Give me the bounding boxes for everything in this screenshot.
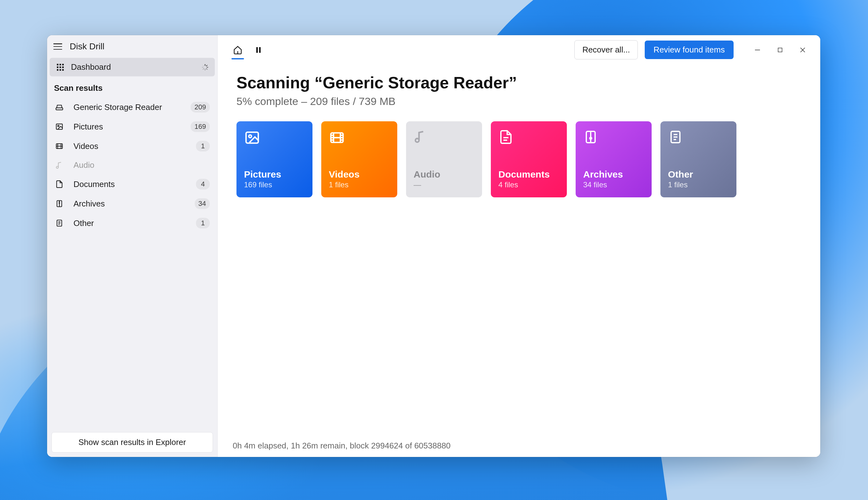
scan-title: Scanning “Generic Storage Reader” — [236, 73, 801, 92]
svg-rect-6 — [57, 69, 58, 71]
svg-point-39 — [249, 135, 251, 138]
card-title: Archives — [583, 169, 644, 180]
sidebar-item-label: Generic Storage Reader — [73, 102, 162, 112]
svg-line-14 — [203, 68, 204, 69]
drive-icon — [55, 103, 63, 111]
svg-rect-5 — [62, 66, 64, 68]
svg-rect-1 — [60, 64, 61, 65]
sidebar-item-label: Pictures — [73, 122, 103, 132]
audio-icon — [55, 161, 63, 169]
svg-rect-33 — [259, 47, 261, 53]
window-maximize-button[interactable] — [769, 41, 791, 59]
sidebar-item-archives[interactable]: Archives 34 — [50, 194, 215, 213]
svg-point-52 — [590, 137, 592, 139]
status-bar: 0h 4m elapsed, 1h 26m remain, block 2994… — [218, 435, 820, 457]
archive-icon — [583, 129, 599, 146]
sidebar-item-label: Documents — [73, 180, 115, 189]
card-other[interactable]: Other 1 files — [660, 121, 736, 197]
svg-point-18 — [58, 125, 59, 127]
card-subtitle: 169 files — [244, 180, 305, 189]
scan-subtitle: 5% complete – 209 files / 739 MB — [236, 95, 801, 107]
svg-rect-32 — [256, 47, 258, 53]
count-badge: 1 — [196, 218, 210, 228]
svg-rect-3 — [57, 66, 58, 68]
review-found-items-button[interactable]: Review found items — [645, 41, 734, 59]
card-subtitle: 1 files — [329, 180, 390, 189]
picture-icon — [244, 129, 260, 146]
window-minimize-button[interactable] — [746, 41, 769, 59]
video-icon — [55, 142, 63, 150]
card-documents[interactable]: Documents 4 files — [491, 121, 567, 197]
card-archives[interactable]: Archives 34 files — [576, 121, 652, 197]
card-subtitle: 34 files — [583, 180, 644, 189]
file-icon — [668, 129, 684, 146]
card-subtitle: 1 files — [668, 180, 729, 189]
app-title: Disk Drill — [70, 42, 104, 52]
card-audio[interactable]: Audio — — [406, 121, 482, 197]
show-in-explorer-button[interactable]: Show scan results in Explorer — [51, 432, 213, 453]
sidebar-item-label: Videos — [73, 141, 98, 151]
count-badge: 209 — [191, 102, 210, 113]
svg-line-16 — [203, 65, 204, 66]
count-badge: 1 — [196, 141, 210, 151]
svg-rect-35 — [778, 48, 782, 52]
window-close-button[interactable] — [791, 41, 814, 59]
svg-rect-7 — [60, 69, 61, 71]
svg-rect-4 — [60, 66, 61, 68]
count-badge: 4 — [196, 179, 210, 190]
card-subtitle: — — [414, 180, 474, 189]
audio-icon — [414, 129, 430, 146]
document-icon — [498, 129, 515, 146]
sidebar-item-documents[interactable]: Documents 4 — [50, 174, 215, 194]
count-badge: 169 — [191, 121, 210, 132]
card-title: Audio — [414, 169, 474, 180]
video-icon — [329, 129, 345, 146]
document-icon — [55, 180, 63, 188]
sidebar-item-label: Audio — [73, 160, 95, 170]
sidebar-item-storage-reader[interactable]: Generic Storage Reader 209 — [50, 98, 215, 117]
sidebar-item-label: Other — [73, 218, 94, 228]
main-panel: Recover all... Review found items Scanni… — [218, 35, 820, 457]
file-icon — [55, 219, 63, 227]
sidebar-item-label: Archives — [73, 199, 105, 209]
hamburger-icon[interactable] — [54, 43, 62, 50]
home-button[interactable] — [229, 41, 247, 59]
sidebar-item-videos[interactable]: Videos 1 — [50, 136, 215, 156]
svg-line-10 — [206, 65, 207, 66]
card-title: Documents — [498, 169, 559, 180]
card-title: Other — [668, 169, 729, 180]
sidebar-item-audio[interactable]: Audio — [50, 156, 215, 174]
svg-rect-0 — [57, 64, 58, 65]
sidebar-item-label: Dashboard — [71, 62, 111, 72]
recover-all-button[interactable]: Recover all... — [574, 40, 638, 59]
svg-rect-2 — [62, 64, 64, 65]
archive-icon — [55, 200, 63, 208]
category-cards: Pictures 169 files Videos 1 files Audio … — [236, 121, 801, 197]
pause-button[interactable] — [250, 41, 267, 59]
sidebar-header: Disk Drill — [47, 35, 217, 58]
sidebar-item-other[interactable]: Other 1 — [50, 213, 215, 233]
sidebar-item-dashboard[interactable]: Dashboard — [50, 58, 215, 76]
toolbar: Recover all... Review found items — [218, 35, 820, 59]
app-window: Disk Drill Dashboard Scan results Generi… — [47, 35, 820, 457]
svg-rect-8 — [62, 69, 64, 71]
picture-icon — [55, 123, 63, 131]
card-videos[interactable]: Videos 1 files — [321, 121, 397, 197]
grid-icon — [56, 63, 65, 72]
count-badge: 34 — [195, 198, 210, 209]
card-title: Pictures — [244, 169, 305, 180]
card-subtitle: 4 files — [498, 180, 559, 189]
svg-line-12 — [206, 68, 207, 69]
sidebar-section-label: Scan results — [47, 76, 217, 98]
sidebar-item-pictures[interactable]: Pictures 169 — [50, 117, 215, 136]
card-pictures[interactable]: Pictures 169 files — [236, 121, 313, 197]
card-title: Videos — [329, 169, 390, 180]
spinner-icon — [202, 64, 209, 71]
sidebar: Disk Drill Dashboard Scan results Generi… — [47, 35, 218, 457]
